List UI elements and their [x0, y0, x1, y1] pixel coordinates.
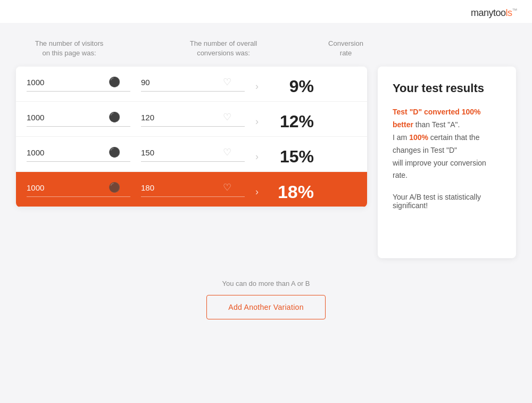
logo-tm: ™: [512, 7, 518, 13]
conversions-input-wrapper-b: ♡: [141, 111, 245, 127]
results-panel: Your test results Test "D" converted 100…: [378, 67, 516, 258]
conversions-input-d[interactable]: [141, 183, 221, 192]
results-line1: Test "D" converted 100% better than Test…: [393, 106, 501, 131]
heart-icon-a: ♡: [223, 76, 231, 88]
conversions-input-wrapper-a: ♡: [141, 76, 245, 92]
visitors-input-wrapper-d: ⚫: [27, 182, 130, 197]
main-content: The number of visitorson this page was: …: [5, 23, 527, 341]
conversions-input-wrapper-d: ♡: [141, 182, 245, 197]
results-body: Test "D" converted 100% better than Test…: [393, 106, 501, 182]
bottom-subtitle: You can do more than A or B: [222, 279, 310, 287]
variation-row-b: ⚫ ♡ › 12%: [16, 102, 367, 137]
conversions-group-a: ♡: [141, 76, 245, 97]
variation-row-c: ⚫ ♡ › 15%: [16, 137, 367, 172]
heart-icon-b: ♡: [223, 111, 231, 123]
logo: manytools™: [471, 7, 517, 19]
percentage-c: 15%: [271, 147, 314, 167]
visitors-group-b: ⚫: [27, 111, 130, 132]
results-title: Your test results: [393, 81, 501, 95]
arrow-icon-a: ›: [255, 81, 259, 92]
results-line1-after: than Test "A".: [415, 120, 460, 129]
column-headers: The number of visitorson this page was: …: [16, 39, 367, 67]
header: manytools™: [0, 0, 532, 23]
arrow-icon-b: ›: [255, 116, 259, 127]
content-row: ⚫ ♡ › 9% ⚫: [16, 67, 516, 258]
visitors-input-b[interactable]: [27, 113, 106, 122]
bottom-section: You can do more than A or B Add Another …: [16, 279, 516, 319]
arrow-a: ›: [249, 81, 265, 92]
variation-row-d: ⚫ ♡ › 18%: [16, 172, 367, 207]
visitors-input-d[interactable]: [27, 183, 106, 192]
results-line2-highlight: 100%: [409, 133, 428, 142]
visitors-group-c: ⚫: [27, 146, 130, 167]
conversions-input-a[interactable]: [141, 78, 221, 87]
visitors-input-wrapper-b: ⚫: [27, 111, 130, 127]
arrow-c: ›: [249, 151, 265, 162]
visitors-group-d: ⚫: [27, 182, 130, 202]
col-header-visitors: The number of visitorson this page was:: [16, 39, 122, 58]
heart-icon-c: ♡: [223, 146, 231, 158]
conversions-input-wrapper-c: ♡: [141, 146, 245, 162]
heart-icon-d: ♡: [223, 182, 231, 193]
variation-row-a: ⚫ ♡ › 9%: [16, 67, 367, 102]
arrow-d: ›: [249, 186, 265, 198]
logo-highlight: ls: [506, 7, 512, 18]
variations-panel: ⚫ ♡ › 9% ⚫: [16, 67, 367, 207]
visitors-input-wrapper-a: ⚫: [27, 76, 130, 92]
conversions-group-d: ♡: [141, 182, 245, 202]
conversions-input-b[interactable]: [141, 113, 221, 122]
conversions-group-c: ♡: [141, 146, 245, 167]
user-icon-d: ⚫: [109, 182, 120, 193]
user-icon-a: ⚫: [109, 76, 120, 88]
arrow-icon-d: ›: [255, 186, 259, 198]
conversions-input-c[interactable]: [141, 148, 221, 157]
percentage-a: 9%: [271, 77, 314, 96]
percentage-b: 12%: [271, 112, 314, 131]
results-line3: will improve your conversion rate.: [393, 157, 501, 183]
conversions-group-b: ♡: [141, 111, 245, 132]
col-header-rate: Conversionrate: [325, 39, 367, 58]
results-stat: Your A/B test is statistically significa…: [393, 193, 501, 210]
percentage-d: 18%: [271, 182, 314, 202]
user-icon-b: ⚫: [109, 111, 120, 123]
visitors-input-c[interactable]: [27, 148, 106, 157]
user-icon-c: ⚫: [109, 146, 120, 158]
results-line2: I am 100% certain that the changes in Te…: [393, 131, 501, 157]
visitors-input-wrapper-c: ⚫: [27, 146, 130, 162]
arrow-b: ›: [249, 116, 265, 127]
visitors-group-a: ⚫: [27, 76, 130, 97]
add-variation-button[interactable]: Add Another Variation: [206, 295, 325, 319]
arrow-icon-c: ›: [255, 151, 259, 162]
col-header-conversions: The number of overallconversions was:: [170, 39, 277, 58]
visitors-input-a[interactable]: [27, 78, 106, 87]
results-line2-before: I am: [393, 133, 409, 142]
